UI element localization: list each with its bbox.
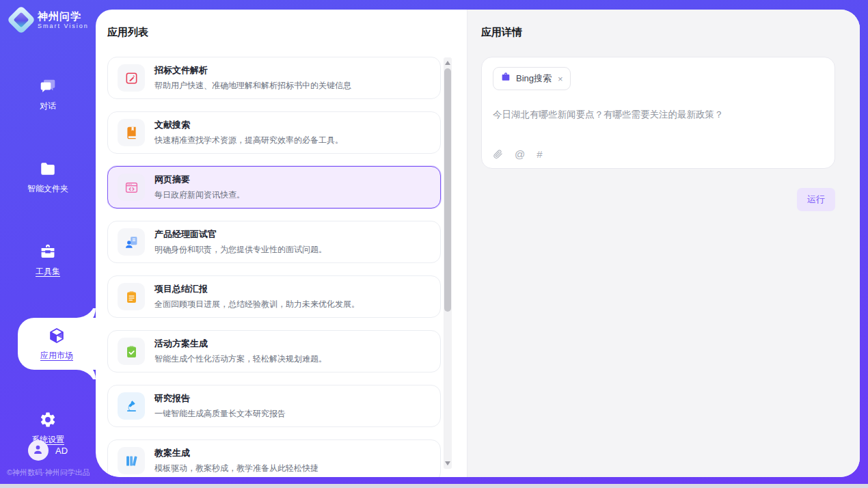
app-card-title: 产品经理面试官	[154, 228, 327, 241]
run-button[interactable]: 运行	[797, 188, 835, 211]
briefcase-icon	[500, 72, 511, 85]
sidebar-item-label: 智能文件夹	[27, 183, 68, 195]
at-icon[interactable]: @	[515, 148, 525, 160]
app-card-desc: 明确身份和职责，为您提供专业性的面试问题。	[154, 244, 327, 256]
sidebar-item-label: 对话	[40, 100, 56, 112]
browser-code-icon	[118, 174, 145, 201]
pm-interview-icon	[118, 228, 145, 256]
app-card-title: 网页摘要	[154, 174, 245, 186]
app-detail-title: 应用详情	[481, 26, 835, 39]
folder-icon	[38, 159, 57, 178]
chip-close-icon[interactable]: ×	[558, 74, 563, 83]
copyright-footer: ©神州数码·神州问学出品	[7, 467, 90, 478]
books-icon	[118, 447, 145, 474]
clipboard-check-icon	[118, 338, 145, 365]
app-list-panel: 应用列表 招标文件解析 帮助用户快速、准确地理解和解析招标书中的关键信息 文献搜…	[96, 10, 467, 477]
app-card-title: 活动方案生成	[154, 338, 327, 350]
cube-icon	[47, 326, 66, 345]
logo-title: 神州问学	[38, 10, 89, 23]
app-card-desc: 每日政府新闻资讯快查。	[154, 189, 245, 201]
app-list: 招标文件解析 帮助用户快速、准确地理解和解析招标书中的关键信息 文献搜索 快速精…	[107, 57, 467, 477]
app-card-desc: 一键智能生成高质量长文本研究报告	[154, 408, 286, 420]
app-card[interactable]: 项目总结汇报 全面回顾项目进展，总结经验教训，助力未来优化发展。	[107, 275, 441, 318]
tool-chip-bing-search[interactable]: Bing搜索 ×	[493, 67, 571, 90]
user-account[interactable]: AD	[0, 440, 96, 461]
app-card[interactable]: 文献搜索 快速精准查找学术资源，提高研究效率的必备工具。	[107, 111, 441, 154]
logo-subtitle: Smart Vision	[38, 23, 89, 29]
app-card[interactable]: 教案生成 模板驱动，教案秒成，教学准备从此轻松快捷	[107, 439, 441, 477]
app-card-desc: 快速精准查找学术资源，提高研究效率的必备工具。	[154, 135, 343, 146]
chat-icon	[38, 77, 57, 96]
scrollbar-thumb[interactable]	[444, 68, 451, 312]
book-icon	[118, 119, 145, 146]
hash-icon[interactable]: #	[537, 148, 542, 160]
sidebar-item-smart-folder[interactable]: 智能文件夹	[0, 152, 96, 202]
tool-chip-label: Bing搜索	[516, 72, 552, 85]
sidebar-item-label: 应用市场	[40, 350, 73, 362]
scrollbar[interactable]	[444, 57, 452, 469]
app-card-title: 教案生成	[154, 447, 318, 459]
prompt-card: Bing搜索 × 今日湖北有哪些新闻要点？有哪些需要关注的最新政策？ @#	[481, 57, 835, 169]
scroll-up-icon[interactable]	[445, 61, 450, 65]
app-card[interactable]: 招标文件解析 帮助用户快速、准确地理解和解析招标书中的关键信息	[107, 57, 441, 99]
paperclip-icon[interactable]	[493, 149, 503, 159]
attachment-toolbar: @#	[493, 148, 543, 160]
clipboard-icon	[118, 283, 145, 310]
app-card-title: 文献搜索	[154, 119, 343, 131]
diamond-logo-icon	[7, 5, 36, 34]
doc-edit-icon	[118, 64, 145, 92]
microscope-icon	[118, 392, 145, 420]
user-name: AD	[55, 446, 68, 456]
app-card[interactable]: 研究报告 一键智能生成高质量长文本研究报告	[107, 385, 441, 427]
app-card[interactable]: 网页摘要 每日政府新闻资讯快查。	[107, 166, 441, 208]
app-card[interactable]: 产品经理面试官 明确身份和职责，为您提供专业性的面试问题。	[107, 221, 441, 263]
app-card-desc: 模板驱动，教案秒成，教学准备从此轻松快捷	[154, 463, 318, 474]
sidebar-item-app-market[interactable]: 应用市场	[18, 318, 96, 370]
app-list-title: 应用列表	[107, 26, 467, 39]
avatar	[28, 440, 49, 461]
app-logo: 神州问学 Smart Vision	[0, 0, 96, 30]
app-card-title: 项目总结汇报	[154, 283, 360, 295]
app-card-title: 研究报告	[154, 392, 286, 405]
app-card-desc: 帮助用户快速、准确地理解和解析招标书中的关键信息	[154, 80, 351, 92]
sidebar-nav: 对话 智能文件夹 工具集 应用市场 系统设置	[0, 70, 96, 486]
sidebar-item-label: 工具集	[36, 266, 60, 277]
main-content: 应用列表 招标文件解析 帮助用户快速、准确地理解和解析招标书中的关键信息 文献搜…	[96, 10, 860, 477]
gear-icon	[38, 410, 57, 429]
app-card-desc: 全面回顾项目进展，总结经验教训，助力未来优化发展。	[154, 299, 360, 310]
scroll-down-icon[interactable]	[445, 461, 450, 465]
app-card[interactable]: 活动方案生成 智能生成个性化活动方案，轻松解决规划难题。	[107, 330, 441, 372]
app-card-title: 招标文件解析	[154, 64, 351, 77]
sidebar-item-chat[interactable]: 对话	[0, 70, 96, 119]
app-detail-panel: 应用详情 Bing搜索 × 今日湖北有哪些新闻要点？有哪些需要关注的最新政策？ …	[467, 10, 860, 477]
sidebar-item-toolset[interactable]: 工具集	[0, 235, 96, 284]
app-card-desc: 智能生成个性化活动方案，轻松解决规划难题。	[154, 353, 327, 365]
sidebar: 神州问学 Smart Vision 对话 智能文件夹 工具集 应用市场 系统设置…	[0, 0, 96, 484]
query-input[interactable]: 今日湖北有哪些新闻要点？有哪些需要关注的最新政策？	[493, 109, 824, 121]
toolbox-icon	[38, 242, 57, 261]
